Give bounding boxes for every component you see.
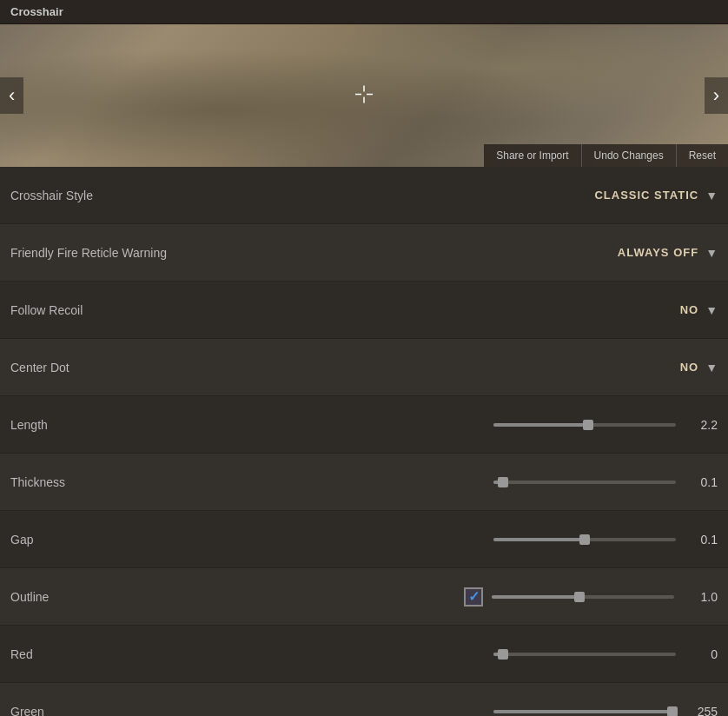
setting-label-gap: Gap [10, 533, 202, 547]
setting-control-thickness: 0.1 [202, 475, 718, 489]
slider-container-length: 2.2 [202, 418, 718, 432]
setting-label-green: Green [10, 705, 202, 717]
setting-row-center-dot: Center DotNo▼ [0, 339, 728, 396]
dropdown-value-center-dot: No [680, 361, 699, 374]
dropdown-follow-recoil[interactable]: No▼ [680, 303, 718, 317]
setting-row-length: Length2.2 [0, 396, 728, 454]
share-import-button[interactable]: Share or Import [484, 144, 580, 167]
checkmark-icon: ✓ [468, 590, 480, 604]
slider-track-length[interactable] [493, 423, 676, 427]
dropdown-value-crosshair-style: Classic Static [594, 189, 698, 202]
setting-control-friendly-fire: Always Off▼ [202, 246, 718, 260]
slider-track-green[interactable] [493, 710, 676, 713]
setting-label-crosshair-style: Crosshair Style [10, 189, 202, 202]
slider-value-green: 255 [683, 705, 718, 717]
chevron-down-icon: ▼ [705, 189, 718, 202]
setting-control-center-dot: No▼ [202, 361, 718, 375]
setting-row-red: Red0 [0, 626, 728, 683]
chevron-down-icon: ▼ [705, 303, 718, 317]
setting-control-crosshair-style: Classic Static▼ [202, 189, 718, 202]
slider-container-green: 255 [202, 705, 718, 717]
chevron-down-icon: ▼ [705, 361, 718, 375]
checkbox-outline[interactable]: ✓ [464, 587, 483, 607]
dropdown-friendly-fire[interactable]: Always Off▼ [618, 246, 718, 260]
setting-control-green: 255 [202, 705, 718, 717]
setting-row-gap: Gap0.1 [0, 511, 728, 568]
setting-label-outline: Outline [10, 590, 202, 604]
setting-row-friendly-fire: Friendly Fire Reticle WarningAlways Off▼ [0, 224, 728, 282]
slider-container-red: 0 [202, 647, 718, 661]
slider-container-thickness: 0.1 [202, 475, 718, 489]
preview-action-buttons: Share or Import Undo Changes Reset [484, 144, 728, 167]
title-bar: Crosshair [0, 0, 728, 24]
slider-thumb-length[interactable] [583, 420, 593, 430]
slider-value-gap: 0.1 [683, 533, 718, 547]
slider-value-length: 2.2 [683, 418, 718, 432]
slider-thumb-red[interactable] [498, 649, 508, 660]
settings-panel: Crosshair StyleClassic Static▼Friendly F… [0, 167, 728, 716]
slider-value-red: 0 [683, 647, 718, 661]
dropdown-value-follow-recoil: No [680, 303, 699, 316]
setting-label-thickness: Thickness [10, 475, 202, 489]
slider-container-gap: 0.1 [202, 533, 718, 547]
setting-control-follow-recoil: No▼ [202, 303, 718, 317]
setting-label-red: Red [10, 647, 202, 661]
slider-value-thickness: 0.1 [683, 475, 718, 489]
setting-label-length: Length [10, 418, 202, 432]
slider-thumb-thickness[interactable] [498, 477, 508, 487]
slider-track-thickness[interactable] [493, 481, 676, 484]
chevron-down-icon: ▼ [705, 246, 718, 260]
dropdown-value-friendly-fire: Always Off [618, 246, 698, 259]
setting-row-follow-recoil: Follow RecoilNo▼ [0, 282, 728, 339]
slider-track-outline[interactable] [492, 595, 674, 599]
prev-arrow-button[interactable]: ‹ [0, 77, 23, 114]
setting-label-follow-recoil: Follow Recoil [10, 303, 202, 317]
slider-track-red[interactable] [493, 653, 676, 656]
setting-row-crosshair-style: Crosshair StyleClassic Static▼ [0, 167, 728, 224]
dropdown-center-dot[interactable]: No▼ [680, 361, 718, 375]
preview-area: ‹ › Share or Import Undo Changes Reset [0, 24, 728, 167]
setting-row-outline: Outline✓1.0 [0, 568, 728, 626]
undo-changes-button[interactable]: Undo Changes [581, 144, 676, 167]
setting-control-outline: ✓1.0 [202, 587, 718, 607]
page-title: Crosshair [10, 5, 63, 18]
setting-label-center-dot: Center Dot [10, 361, 202, 375]
setting-label-friendly-fire: Friendly Fire Reticle Warning [10, 246, 202, 260]
setting-row-thickness: Thickness0.1 [0, 454, 728, 511]
setting-row-green: Green255 [0, 683, 728, 716]
next-arrow-button[interactable]: › [705, 77, 728, 114]
slider-thumb-green[interactable] [667, 706, 678, 717]
slider-value-outline: 1.0 [683, 590, 718, 604]
dropdown-crosshair-style[interactable]: Classic Static▼ [594, 189, 718, 202]
setting-control-gap: 0.1 [202, 533, 718, 547]
slider-thumb-gap[interactable] [579, 534, 590, 545]
setting-control-length: 2.2 [202, 418, 718, 432]
slider-thumb-outline[interactable] [574, 592, 585, 602]
setting-control-red: 0 [202, 647, 718, 661]
slider-track-gap[interactable] [493, 538, 676, 541]
reset-button[interactable]: Reset [676, 144, 728, 167]
